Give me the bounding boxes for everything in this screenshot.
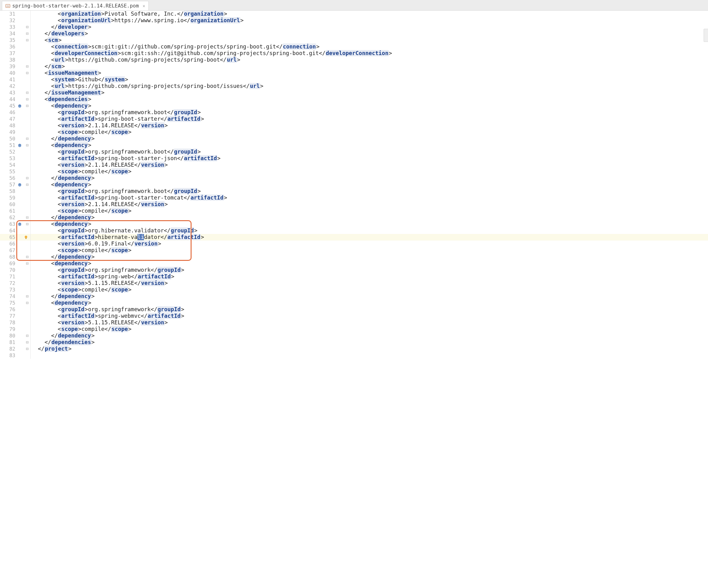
- gutter-cell[interactable]: 68⊟: [0, 254, 31, 260]
- code-content[interactable]: <scope>compile</scope>: [31, 208, 708, 214]
- gutter-cell[interactable]: 61: [0, 208, 31, 214]
- code-line[interactable]: 71 <artifactId>spring-web</artifactId>: [0, 273, 708, 280]
- gutter-cell[interactable]: 35⊟: [0, 37, 31, 43]
- code-content[interactable]: <url>https://github.com/spring-projects/…: [31, 57, 708, 63]
- code-content[interactable]: <developerConnection>scm:git:ssh://git@g…: [31, 50, 708, 57]
- fold-toggle-icon[interactable]: ⊟: [25, 135, 30, 142]
- dependency-marker-icon[interactable]: [17, 104, 22, 108]
- gutter-cell[interactable]: 80⊟: [0, 333, 31, 339]
- code-line[interactable]: 58 <groupId>org.springframework.boot</gr…: [0, 188, 708, 194]
- code-content[interactable]: </dependency>: [31, 175, 708, 181]
- code-content[interactable]: <groupId>org.hibernate.validator</groupI…: [31, 227, 708, 234]
- code-content[interactable]: <version>5.1.15.RELEASE</version>: [31, 319, 708, 326]
- code-content[interactable]: <groupId>org.springframework</groupId>: [31, 306, 708, 313]
- fold-toggle-icon[interactable]: ⊟: [25, 214, 30, 221]
- code-line[interactable]: 70 <groupId>org.springframework</groupId…: [0, 267, 708, 273]
- fold-toggle-icon[interactable]: ⊟: [25, 70, 30, 76]
- code-line[interactable]: 31 <organization>Pivotal Software, Inc.<…: [0, 11, 708, 17]
- code-content[interactable]: <scope>compile</scope>: [31, 168, 708, 175]
- close-icon[interactable]: ×: [143, 3, 145, 8]
- code-line[interactable]: 48 <version>2.1.14.RELEASE</version>: [0, 122, 708, 129]
- gutter-cell[interactable]: 70: [0, 267, 31, 273]
- fold-toggle-icon[interactable]: ⊟: [25, 96, 30, 102]
- code-content[interactable]: <scope>compile</scope>: [31, 286, 708, 293]
- gutter-cell[interactable]: 55: [0, 168, 31, 175]
- code-line[interactable]: 81⊟ </dependencies>: [0, 339, 708, 346]
- gutter-cell[interactable]: 66: [0, 241, 31, 247]
- gutter-cell[interactable]: 72: [0, 280, 31, 286]
- code-line[interactable]: 45⊟ <dependency>: [0, 102, 708, 109]
- code-line[interactable]: 49 <scope>compile</scope>: [0, 129, 708, 135]
- gutter-cell[interactable]: 60: [0, 201, 31, 208]
- gutter-cell[interactable]: 76: [0, 306, 31, 313]
- code-content[interactable]: <scope>compile</scope>: [31, 129, 708, 135]
- code-line[interactable]: 73 <scope>compile</scope>: [0, 286, 708, 293]
- code-line[interactable]: 57⊟ <dependency>: [0, 181, 708, 188]
- code-content[interactable]: </developers>: [31, 30, 708, 37]
- fold-toggle-icon[interactable]: ⊟: [25, 346, 30, 352]
- code-content[interactable]: </scm>: [31, 63, 708, 70]
- fold-toggle-icon[interactable]: ⊟: [25, 300, 30, 306]
- code-line[interactable]: 37 <developerConnection>scm:git:ssh://gi…: [0, 50, 708, 57]
- dependency-marker-icon[interactable]: [17, 222, 22, 226]
- code-line[interactable]: 63⊟ <dependency>: [0, 221, 708, 227]
- code-content[interactable]: <dependency>: [31, 260, 708, 267]
- fold-toggle-icon[interactable]: ⊟: [25, 221, 30, 227]
- code-line[interactable]: 78 <version>5.1.15.RELEASE</version>: [0, 319, 708, 326]
- gutter-cell[interactable]: 59: [0, 194, 31, 201]
- code-line[interactable]: 68⊟ </dependency>: [0, 254, 708, 260]
- code-content[interactable]: <version>6.0.19.Final</version>: [31, 241, 708, 247]
- code-line[interactable]: 39⊟ </scm>: [0, 63, 708, 70]
- intention-bulb-icon[interactable]: [24, 235, 28, 240]
- fold-toggle-icon[interactable]: ⊟: [25, 254, 30, 260]
- code-content[interactable]: <dependency>: [31, 221, 708, 227]
- gutter-cell[interactable]: 31: [0, 11, 31, 17]
- code-line[interactable]: 61 <scope>compile</scope>: [0, 208, 708, 214]
- code-line[interactable]: 51⊟ <dependency>: [0, 142, 708, 149]
- gutter-cell[interactable]: 79: [0, 326, 31, 333]
- gutter-cell[interactable]: 56⊟: [0, 175, 31, 181]
- code-content[interactable]: </dependency>: [31, 254, 708, 260]
- fold-toggle-icon[interactable]: ⊟: [25, 293, 30, 300]
- dependency-marker-icon[interactable]: [17, 183, 22, 187]
- dependency-marker-icon[interactable]: [17, 144, 22, 147]
- code-line[interactable]: 62⊟ </dependency>: [0, 214, 708, 221]
- code-line[interactable]: 77 <artifactId>spring-webmvc</artifactId…: [0, 313, 708, 319]
- code-content[interactable]: <dependency>: [31, 181, 708, 188]
- code-line[interactable]: 67 <scope>compile</scope>: [0, 247, 708, 254]
- code-line[interactable]: 43⊟ </issueManagement>: [0, 89, 708, 96]
- gutter-cell[interactable]: 44⊟: [0, 96, 31, 102]
- code-line[interactable]: 59 <artifactId>spring-boot-starter-tomca…: [0, 194, 708, 201]
- code-content[interactable]: <artifactId>spring-boot-starter-tomcat</…: [31, 194, 708, 201]
- code-content[interactable]: <organizationUrl>https://www.spring.io</…: [31, 17, 708, 24]
- gutter-cell[interactable]: 49: [0, 129, 31, 135]
- gutter-cell[interactable]: 83: [0, 352, 31, 359]
- code-editor[interactable]: 31 <organization>Pivotal Software, Inc.<…: [0, 11, 708, 588]
- gutter-cell[interactable]: 71: [0, 273, 31, 280]
- code-line[interactable]: 40⊟ <issueManagement>: [0, 70, 708, 76]
- gutter-cell[interactable]: 37: [0, 50, 31, 57]
- code-line[interactable]: 69⊟ <dependency>: [0, 260, 708, 267]
- gutter-cell[interactable]: 54: [0, 162, 31, 168]
- code-line[interactable]: 79 <scope>compile</scope>: [0, 326, 708, 333]
- code-line[interactable]: 47 <artifactId>spring-boot-starter</arti…: [0, 116, 708, 122]
- code-line[interactable]: 66 <version>6.0.19.Final</version>: [0, 241, 708, 247]
- gutter-cell[interactable]: 58: [0, 188, 31, 194]
- code-content[interactable]: <scope>compile</scope>: [31, 247, 708, 254]
- code-content[interactable]: <dependency>: [31, 142, 708, 149]
- gutter-cell[interactable]: 51⊟: [0, 142, 31, 149]
- fold-toggle-icon[interactable]: ⊟: [25, 30, 30, 37]
- code-content[interactable]: <artifactId>spring-boot-starter</artifac…: [31, 116, 708, 122]
- code-line[interactable]: 56⊟ </dependency>: [0, 175, 708, 181]
- fold-toggle-icon[interactable]: ⊟: [25, 24, 30, 30]
- gutter-cell[interactable]: 32: [0, 17, 31, 24]
- code-content[interactable]: <version>2.1.14.RELEASE</version>: [31, 162, 708, 168]
- fold-toggle-icon[interactable]: ⊟: [25, 339, 30, 346]
- code-line[interactable]: 46 <groupId>org.springframework.boot</gr…: [0, 109, 708, 116]
- gutter-cell[interactable]: 64: [0, 227, 31, 234]
- code-line[interactable]: 33⊟ </developer>: [0, 24, 708, 30]
- gutter-cell[interactable]: 62⊟: [0, 214, 31, 221]
- code-line[interactable]: 65 <artifactId>hibernate-validator</arti…: [0, 234, 708, 241]
- gutter-cell[interactable]: 41: [0, 76, 31, 83]
- code-content[interactable]: <issueManagement>: [31, 70, 708, 76]
